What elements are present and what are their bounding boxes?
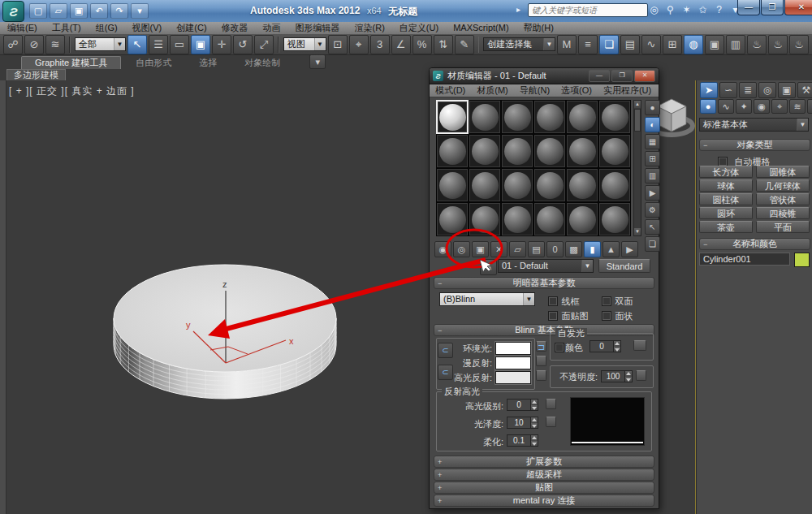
reference-coordinate-dropdown[interactable]: 视图▼ bbox=[283, 37, 326, 51]
select-and-scale-icon[interactable]: ⤢ bbox=[254, 35, 274, 54]
material-editor-icon[interactable]: ◍ bbox=[684, 35, 703, 54]
material-slot[interactable] bbox=[598, 202, 631, 236]
material-options-icon[interactable]: ⚙ bbox=[645, 202, 660, 218]
self-illumination-map-button[interactable] bbox=[633, 340, 646, 351]
ribbon-tab-freeform[interactable]: 自由形式 bbox=[123, 57, 184, 69]
schematic-view-icon[interactable]: ⊞ bbox=[663, 35, 682, 54]
go-forward-to-sibling-icon[interactable]: ▶ bbox=[621, 241, 638, 257]
slot-scrollbar[interactable]: ▲ ▼ bbox=[633, 100, 641, 236]
menu-item-graph-editors[interactable]: 图形编辑器 bbox=[288, 22, 348, 34]
material-slot[interactable] bbox=[501, 168, 533, 202]
helpers-category-icon[interactable]: ⌖ bbox=[771, 99, 788, 114]
menu-item-rendering[interactable]: 渲染(R) bbox=[348, 22, 392, 34]
lights-category-icon[interactable]: ✦ bbox=[736, 99, 752, 114]
me-menu-material[interactable]: 材质(M) bbox=[471, 84, 514, 97]
autogrid-checkbox[interactable] bbox=[718, 157, 728, 166]
put-material-to-scene-icon[interactable]: ◎ bbox=[453, 241, 470, 257]
button-torus[interactable]: 圆环 bbox=[699, 207, 753, 219]
restore-button[interactable]: ❒ bbox=[761, 0, 784, 15]
material-slot[interactable] bbox=[566, 100, 598, 134]
button-teapot[interactable]: 茶壶 bbox=[699, 221, 753, 233]
undo-icon[interactable]: ↶ bbox=[90, 3, 108, 19]
ambient-color-swatch[interactable] bbox=[495, 342, 531, 355]
me-restore-button[interactable]: ❒ bbox=[611, 70, 633, 82]
rectangular-selection-region-icon[interactable]: ▭ bbox=[170, 35, 189, 54]
button-box[interactable]: 长方体 bbox=[699, 166, 753, 178]
search-input[interactable] bbox=[528, 3, 648, 17]
material-name-dropdown[interactable]: 01 - Default▼ bbox=[498, 259, 594, 273]
material-slot[interactable] bbox=[436, 100, 469, 134]
make-material-copy-icon[interactable]: ▱ bbox=[509, 241, 526, 257]
bind-to-space-warp-icon[interactable]: ≋ bbox=[45, 35, 65, 54]
material-editor-titlebar[interactable]: Ƨ 材质编辑器 - 01 - Default — ❒ ✕ bbox=[430, 68, 659, 84]
space-warps-category-icon[interactable]: ≋ bbox=[789, 99, 806, 114]
spinner-snap-icon[interactable]: ⇅ bbox=[434, 35, 453, 54]
align-icon[interactable]: ≡ bbox=[578, 35, 598, 54]
go-to-parent-icon[interactable]: ▲ bbox=[603, 241, 620, 257]
menu-item-maxscript[interactable]: MAXScript(M) bbox=[446, 22, 516, 34]
glossiness-spinner[interactable]: 10 bbox=[507, 417, 538, 429]
mirror-icon[interactable]: M bbox=[557, 35, 577, 54]
select-and-move-icon[interactable]: ✛ bbox=[212, 35, 231, 54]
hierarchy-tab-icon[interactable]: ≣ bbox=[739, 82, 757, 98]
ribbon-minimize-icon[interactable]: ▾ bbox=[309, 54, 326, 69]
shader-basic-params-rollout[interactable]: − 明暗器基本参数 bbox=[434, 277, 654, 289]
material-slot[interactable] bbox=[598, 134, 631, 168]
material-slot[interactable] bbox=[598, 100, 631, 134]
snaps-toggle-icon[interactable]: 3 bbox=[370, 35, 390, 54]
pick-material-from-object-icon[interactable]: ✎ bbox=[480, 259, 497, 275]
self-illumination-color-checkbox[interactable] bbox=[555, 343, 564, 352]
window-crossing-icon[interactable]: ▣ bbox=[191, 35, 210, 54]
material-slot[interactable] bbox=[436, 134, 469, 168]
material-slot[interactable] bbox=[533, 168, 566, 202]
extended-params-rollout[interactable]: + 扩展参数 bbox=[434, 456, 654, 468]
search-history-icon[interactable]: ▸ bbox=[516, 5, 520, 14]
ribbon-tab-selection[interactable]: 选择 bbox=[186, 57, 230, 69]
material-slot[interactable] bbox=[501, 100, 533, 134]
geometry-category-icon[interactable]: ● bbox=[700, 99, 716, 114]
angle-snap-icon[interactable]: ∠ bbox=[391, 35, 411, 54]
video-color-check-icon[interactable]: ▥ bbox=[645, 168, 660, 184]
material-slot[interactable] bbox=[436, 202, 469, 236]
soften-spinner[interactable]: 0.1 bbox=[507, 434, 538, 447]
button-tube[interactable]: 管状体 bbox=[756, 193, 810, 205]
maps-rollout[interactable]: + 贴图 bbox=[434, 482, 654, 494]
material-slot[interactable] bbox=[501, 202, 533, 236]
make-preview-icon[interactable]: ▶ bbox=[645, 185, 660, 201]
select-object-icon[interactable]: ↖ bbox=[127, 35, 147, 54]
material-slot[interactable] bbox=[566, 134, 598, 168]
show-shaded-material-in-viewport-icon[interactable]: ▩ bbox=[565, 241, 582, 257]
close-button[interactable]: ✕ bbox=[784, 0, 812, 15]
select-and-rotate-icon[interactable]: ↺ bbox=[233, 35, 253, 54]
sample-uv-tiling-icon[interactable]: ⊞ bbox=[645, 151, 660, 166]
layer-manager-icon[interactable]: ❏ bbox=[599, 35, 619, 54]
button-sphere[interactable]: 球体 bbox=[699, 179, 753, 192]
material-slot[interactable] bbox=[566, 168, 598, 202]
opacity-map-button[interactable] bbox=[636, 370, 646, 381]
diffuse-map-button[interactable] bbox=[536, 356, 546, 366]
faceted-checkbox[interactable] bbox=[602, 311, 611, 321]
use-pivot-point-icon[interactable]: ⊡ bbox=[328, 35, 348, 54]
ribbon-tab-graphite[interactable]: Graphite 建模工具 bbox=[21, 56, 121, 69]
me-minimize-button[interactable]: — bbox=[589, 70, 610, 82]
search-icon[interactable]: ◎ bbox=[648, 3, 660, 16]
material-slot[interactable] bbox=[469, 168, 501, 202]
menu-item-animation[interactable]: 动画 bbox=[256, 22, 288, 34]
material-slot[interactable] bbox=[533, 134, 566, 168]
menu-item-edit[interactable]: 编辑(E) bbox=[0, 22, 45, 34]
curve-editor-icon[interactable]: ∿ bbox=[641, 35, 661, 54]
name-color-rollout[interactable]: − 名称和颜色 bbox=[699, 238, 810, 250]
mental-ray-rollout[interactable]: + mental ray 连接 bbox=[434, 495, 654, 507]
percent-snap-icon[interactable]: % bbox=[412, 35, 432, 54]
material-slot[interactable] bbox=[469, 134, 501, 168]
menu-item-help[interactable]: 帮助(H) bbox=[516, 22, 561, 34]
supersampling-rollout[interactable]: + 超级采样 bbox=[434, 469, 654, 481]
scrollbar-thumb[interactable] bbox=[634, 109, 641, 132]
license-key-icon[interactable]: ⚲ bbox=[664, 3, 676, 16]
app-menu-button[interactable]: Ƨ bbox=[2, 1, 24, 22]
material-id-channel-icon[interactable]: 0 bbox=[546, 241, 564, 257]
specular-map-button[interactable] bbox=[536, 370, 546, 381]
assign-material-to-selection-icon[interactable]: ▣ bbox=[472, 241, 489, 257]
motion-tab-icon[interactable]: ◎ bbox=[758, 82, 776, 98]
self-illumination-spinner[interactable]: 0 bbox=[590, 340, 621, 352]
